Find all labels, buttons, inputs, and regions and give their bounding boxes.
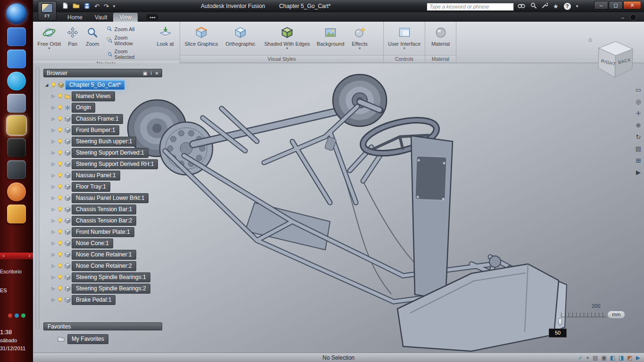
tree-item-label[interactable]: Nassau Panel Lower Brkt:1 [72, 193, 149, 203]
zoom-selected-button[interactable]: Zoom Selected [107, 49, 147, 60]
zoom-button[interactable]: Zoom [83, 24, 103, 47]
browser-tree-item[interactable]: ▷Named Views [43, 90, 162, 102]
media-player-app-icon[interactable] [7, 27, 26, 46]
tree-item-label[interactable]: Steering Support Derived RH:1 [72, 159, 158, 169]
favorites-item-label[interactable]: My Favorites [67, 334, 108, 344]
free-orbit-button[interactable]: Free Orbit ▾ [35, 24, 63, 50]
maximize-button[interactable]: ◻ [609, 1, 623, 9]
tree-item-label[interactable]: Floor Tray:1 [72, 182, 110, 192]
layout-right-icon[interactable]: ◨ [619, 353, 624, 362]
subscription-icon[interactable] [530, 2, 537, 10]
tree-item-label[interactable]: Front Number Plate:1 [72, 227, 134, 237]
browser-tree-item[interactable]: ▷Nassau Panel:1 [43, 170, 162, 181]
selection-check-icon[interactable]: ✓ [578, 353, 583, 362]
browser-tree-item[interactable]: ▷Nassau Panel Lower Brkt:1 [43, 192, 162, 204]
expand-arrow-icon[interactable]: ▷ [50, 263, 57, 268]
browser-tree-item[interactable]: ▷Steering Spindle Bearings:1 [43, 272, 162, 283]
tree-item-label[interactable]: Origin [72, 103, 95, 113]
tree-item-label[interactable]: Steering Spindle Bearings:1 [72, 272, 150, 282]
ribbon-options-button[interactable]: ●●● [146, 14, 158, 20]
visibility-bulb-icon[interactable] [57, 105, 63, 111]
tab-vault[interactable]: Vault [89, 13, 113, 22]
tree-item-label[interactable]: Steering Support Derived:1 [72, 148, 149, 158]
tree-item-label[interactable]: Nassau Panel:1 [72, 171, 120, 181]
visibility-bulb-icon[interactable] [57, 263, 63, 269]
visibility-bulb-icon[interactable] [57, 184, 63, 190]
tab-home[interactable]: Home [61, 13, 89, 22]
tree-item-label[interactable]: Chassis Tension Bar:1 [72, 205, 136, 214]
browser-tree-item[interactable]: ▷Front Bumper:1 [43, 124, 162, 136]
visibility-bulb-icon[interactable] [57, 173, 63, 179]
close-button[interactable]: ✕ [623, 1, 641, 9]
save-icon[interactable] [84, 3, 90, 10]
browser-tree-item[interactable]: ▷Steering Support Derived:1 [43, 147, 162, 158]
bluetooth-tray-icon[interactable] [15, 313, 19, 318]
tree-item-label[interactable]: Front Bumper:1 [72, 125, 119, 135]
help-caret-icon[interactable]: ▾ [576, 4, 578, 8]
tree-item-label[interactable]: Named Views [72, 91, 115, 101]
browser-scrollbar[interactable] [35, 67, 40, 329]
visibility-bulb-icon[interactable] [57, 240, 63, 247]
tree-item-label[interactable]: Brake Pedal:1 [72, 295, 116, 305]
expand-arrow-icon[interactable]: ▷ [50, 105, 57, 110]
calculator-app-icon[interactable] [7, 94, 26, 113]
play-animation-icon[interactable]: ▶ [634, 168, 643, 177]
favorites-item[interactable]: My Favorites [58, 334, 162, 344]
taskbar-scroll-arrows[interactable]: ‹› [0, 253, 33, 259]
expand-arrow-icon[interactable]: ▷ [50, 128, 57, 132]
slice-graphics-button[interactable]: Slice Graphics [182, 24, 220, 47]
panel-dock-icon[interactable]: ▣ [143, 71, 147, 76]
browser-tree-item[interactable]: ▷Chassis Frame:1 [43, 113, 162, 124]
look-at-tool-icon[interactable]: ▤ [634, 145, 643, 153]
language-indicator[interactable]: ES [0, 288, 33, 293]
shaded-with-edges-button[interactable]: Shaded With Edges ▾ [261, 24, 314, 50]
scale-slider-handle[interactable] [558, 318, 562, 325]
zoom-tool-icon[interactable]: ⊕ [634, 121, 643, 130]
skype-app-icon[interactable] [7, 72, 26, 90]
favorites-star-icon[interactable]: ★ [553, 3, 559, 10]
visibility-bulb-icon[interactable] [57, 150, 63, 156]
layout-left-icon[interactable]: ◧ [610, 353, 615, 362]
expand-arrow-icon[interactable]: ▷ [50, 275, 57, 280]
visibility-bulb-icon[interactable] [50, 82, 57, 88]
binoculars-search-icon[interactable] [518, 3, 525, 10]
expand-arrow-icon[interactable]: ▷ [50, 94, 57, 99]
view-layout-icon[interactable]: ⊞ [634, 156, 643, 165]
tree-item-label[interactable]: Nose Cone:1 [72, 239, 113, 248]
browser-tree-item[interactable]: ▷Nose Cone:1 [43, 238, 162, 249]
visibility-bulb-icon[interactable] [57, 229, 63, 235]
measure-icon[interactable]: ◩ [627, 353, 632, 362]
render-icon[interactable]: ▶ [636, 353, 640, 362]
expand-arrow-icon[interactable]: ▷ [50, 207, 57, 212]
visibility-bulb-icon[interactable] [57, 286, 63, 292]
dock-panel-icon[interactable]: ▭ [634, 86, 643, 94]
visibility-bulb-icon[interactable] [57, 93, 63, 99]
browser-tree-item[interactable]: ▷Steering Spindle Bearings:2 [43, 283, 162, 294]
expand-arrow-icon[interactable]: ▷ [50, 116, 57, 121]
help-icon[interactable]: ? [564, 3, 571, 10]
pan-hand-icon[interactable]: ✛ [634, 109, 643, 118]
expand-arrow-icon[interactable]: ▷ [50, 162, 57, 166]
expand-arrow-icon[interactable]: ◢ [43, 82, 50, 87]
tree-item-label[interactable]: Steering Spindle Bearings:2 [72, 284, 150, 294]
ribbon-minimize-icon[interactable]: – [621, 15, 624, 20]
browser-tree-item[interactable]: ▷Origin [43, 102, 162, 113]
expand-arrow-icon[interactable]: ▷ [50, 241, 57, 246]
zoom-window-button[interactable]: Zoom Window [107, 35, 147, 46]
windows-start-orb[interactable] [6, 3, 27, 24]
3ds-max-app-icon[interactable] [7, 205, 26, 223]
viewport[interactable]: Browser ▣ i ✕ ◢ Chapter 5_Go_Cart* ▷Name… [33, 63, 644, 353]
communication-center-icon[interactable] [542, 2, 548, 10]
expand-arrow-icon[interactable]: ▷ [50, 218, 57, 223]
messenger-app-icon[interactable] [7, 49, 26, 68]
ribbon-display-toggle-icon[interactable] [630, 14, 636, 21]
expand-arrow-icon[interactable]: ▷ [50, 230, 57, 234]
inventor-fusion-app-icon[interactable] [7, 116, 26, 135]
browser-tree-item[interactable]: ▷Nose Cone Retainer:2 [43, 260, 162, 272]
material-button[interactable]: Material [428, 24, 454, 47]
open-folder-icon[interactable] [73, 3, 80, 9]
orthographic-button[interactable]: Orthographic [220, 24, 261, 47]
notes-icon[interactable]: ▤ [593, 353, 598, 362]
expand-arrow-icon[interactable]: ▷ [50, 173, 57, 178]
network-tray-icon[interactable] [21, 313, 25, 318]
